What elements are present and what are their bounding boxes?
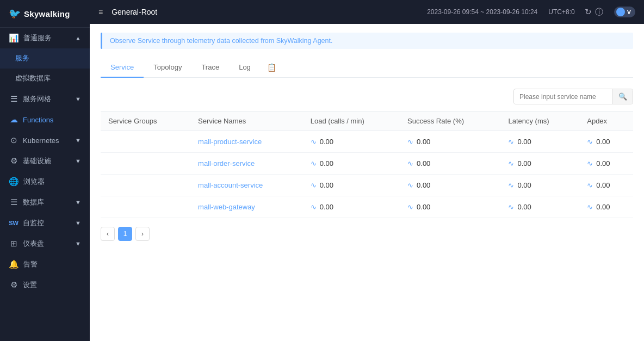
sidebar-label-settings: 设置: [23, 280, 37, 290]
pagination: ‹ 1 ›: [101, 218, 633, 245]
main-area: ≡ General-Root 2023-09-26 09:54 ~ 2023-0…: [90, 0, 644, 341]
sidebar-label-alert: 告警: [23, 259, 38, 269]
table-header-row: Service Groups Service Names Load (calls…: [101, 111, 633, 131]
tab-service[interactable]: Service: [101, 58, 144, 78]
sidebar-label-service: 服务: [15, 54, 29, 63]
search-input[interactable]: [514, 90, 612, 104]
cell-load-1: ∿ 0.00: [303, 153, 400, 175]
latency-value-2: 0.00: [517, 181, 531, 189]
sidebar-item-virtual-db[interactable]: 虚拟数据库: [0, 69, 90, 89]
next-page-button[interactable]: ›: [135, 227, 150, 241]
sidebar-item-normal-service[interactable]: 📊 普通服务 ▲: [0, 28, 90, 48]
trend-icon-apdex-1: ∿: [587, 159, 593, 168]
trend-icon-success-0: ∿: [407, 138, 413, 146]
service-link-0[interactable]: mall-product-service: [198, 138, 262, 146]
sidebar-item-kubernetes[interactable]: ⊙ Kubernetes ▼: [0, 130, 90, 151]
cell-success-1: ∿ 0.00: [400, 153, 500, 175]
menu-icon[interactable]: ≡: [98, 8, 103, 16]
logo-bird-icon: 🐦: [9, 8, 21, 20]
sidebar-item-self-monitor[interactable]: SW 自监控 ▼: [0, 213, 90, 233]
toggle-label: V: [627, 9, 631, 15]
success-value-1: 0.00: [417, 159, 430, 168]
sidebar-label-service-mesh: 服务网格: [23, 94, 51, 104]
logo-text: Skywalking: [24, 9, 70, 18]
info-icon[interactable]: ⓘ: [595, 7, 603, 17]
trend-icon-latency-1: ∿: [508, 159, 514, 168]
sidebar: 🐦 Skywalking 📊 普通服务 ▲ 服务 虚拟数据库 ☰ 服务网格 ▼ …: [0, 0, 90, 341]
trend-icon-load-2: ∿: [311, 181, 317, 189]
trend-icon-apdex-3: ∿: [587, 203, 593, 211]
load-value-0: 0.00: [320, 138, 333, 146]
timezone: UTC+8:0: [548, 8, 574, 16]
cell-name-3: mall-web-gateway: [190, 196, 303, 218]
sidebar-item-database[interactable]: ☰ 数据库 ▼: [0, 192, 90, 213]
latency-value-1: 0.00: [517, 159, 531, 168]
success-value-2: 0.00: [417, 181, 430, 189]
content-area: Observe Service through telemetry data c…: [90, 24, 644, 341]
cell-load-2: ∿ 0.00: [303, 175, 400, 196]
service-link-1[interactable]: mall-order-service: [198, 159, 255, 168]
load-value-1: 0.00: [320, 159, 333, 168]
cell-group-0: [101, 131, 190, 153]
trend-icon-apdex-0: ∿: [587, 138, 593, 146]
cell-latency-1: ∿ 0.00: [500, 153, 579, 175]
col-success: Success Rate (%): [400, 111, 500, 131]
kubernetes-icon: ⊙: [9, 135, 18, 145]
service-link-2[interactable]: mall-account-service: [198, 181, 263, 189]
trend-icon-success-1: ∿: [407, 159, 413, 168]
trend-icon-success-3: ∿: [407, 203, 413, 211]
sidebar-label-self-monitor: 自监控: [23, 218, 44, 228]
sidebar-item-service-mesh[interactable]: ☰ 服务网格 ▼: [0, 89, 90, 109]
infra-icon: ⚙: [9, 156, 18, 166]
trend-icon-load-3: ∿: [311, 203, 317, 211]
sw-icon: SW: [9, 220, 18, 226]
tab-log[interactable]: Log: [229, 58, 261, 78]
sidebar-item-browser[interactable]: 🌐 浏览器: [0, 171, 90, 192]
sidebar-item-functions[interactable]: ☁ Functions: [0, 109, 90, 130]
database-icon: ☰: [9, 197, 18, 207]
chart-bar-icon: 📊: [9, 33, 19, 43]
trend-icon-success-2: ∿: [407, 181, 413, 189]
success-value-3: 0.00: [417, 203, 430, 211]
table-row: mall-product-service ∿ 0.00 ∿ 0.00 ∿ 0.0…: [101, 131, 633, 153]
page-1-button[interactable]: 1: [118, 227, 132, 241]
cell-apdex-3: ∿ 0.00: [579, 196, 633, 218]
refresh-icon[interactable]: ↻: [585, 7, 592, 17]
chevron-down-icon-dash: ▼: [75, 240, 81, 247]
toggle-circle: [616, 8, 625, 16]
tab-topology[interactable]: Topology: [144, 58, 191, 78]
cell-group-2: [101, 175, 190, 196]
apdex-value-3: 0.00: [596, 203, 610, 211]
sidebar-item-infrastructure[interactable]: ⚙ 基础设施 ▼: [0, 151, 90, 171]
sidebar-item-alert[interactable]: 🔔 告警: [0, 254, 90, 275]
cell-load-3: ∿ 0.00: [303, 196, 400, 218]
version-toggle[interactable]: V: [614, 7, 635, 17]
sidebar-label-dashboard: 仪表盘: [23, 239, 44, 249]
search-wrap: 🔍: [513, 89, 633, 104]
col-apdex: Apdex: [579, 111, 633, 131]
search-button[interactable]: 🔍: [612, 89, 633, 104]
clipboard-icon[interactable]: 📋: [265, 59, 278, 76]
trend-icon-latency-3: ∿: [508, 203, 514, 211]
page-title: General-Root: [112, 8, 422, 16]
cell-apdex-2: ∿ 0.00: [579, 175, 633, 196]
search-bar: 🔍: [101, 89, 633, 104]
sidebar-nav: 📊 普通服务 ▲ 服务 虚拟数据库 ☰ 服务网格 ▼ ☁ Functions ⊙…: [0, 28, 90, 295]
cell-success-3: ∿ 0.00: [400, 196, 500, 218]
prev-page-button[interactable]: ‹: [101, 227, 115, 241]
tab-trace[interactable]: Trace: [191, 58, 229, 78]
cell-latency-0: ∿ 0.00: [500, 131, 579, 153]
sidebar-item-settings[interactable]: ⚙ 设置: [0, 275, 90, 295]
service-link-3[interactable]: mall-web-gateway: [198, 203, 255, 211]
cell-name-2: mall-account-service: [190, 175, 303, 196]
chevron-down-icon-k8s: ▼: [75, 137, 81, 144]
sidebar-item-service[interactable]: 服务: [0, 48, 90, 69]
sidebar-item-dashboard[interactable]: ⊞ 仪表盘 ▼: [0, 233, 90, 254]
chevron-down-icon: ▼: [75, 96, 81, 102]
cell-apdex-1: ∿ 0.00: [579, 153, 633, 175]
sidebar-label-database: 数据库: [23, 197, 44, 207]
table-body: mall-product-service ∿ 0.00 ∿ 0.00 ∿ 0.0…: [101, 131, 633, 218]
sidebar-label-infrastructure: 基础设施: [23, 156, 51, 166]
logo: 🐦 Skywalking: [0, 0, 90, 28]
success-value-0: 0.00: [417, 138, 430, 146]
